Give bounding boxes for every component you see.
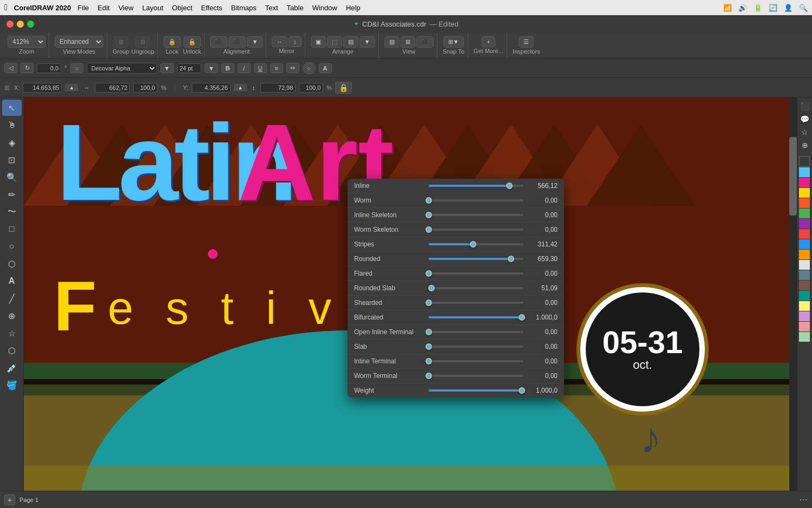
x-input[interactable] — [23, 83, 62, 93]
y-input[interactable] — [192, 83, 231, 93]
menu-bitmaps[interactable]: Bitmaps — [227, 3, 261, 13]
slider-track-11[interactable] — [429, 346, 523, 348]
slider-track-2[interactable] — [429, 214, 523, 216]
menu-edit[interactable]: Edit — [93, 3, 114, 13]
caps-btn[interactable]: ○ — [303, 62, 316, 74]
slider-thumb-10[interactable] — [425, 329, 432, 335]
zoom-select[interactable]: 412% 100% 200% 50% — [8, 36, 45, 48]
slider-thumb-5[interactable] — [508, 256, 514, 262]
slider-track-7[interactable] — [429, 287, 523, 289]
rotate-btn[interactable]: ↻ — [21, 63, 34, 73]
view-btn1[interactable]: ▤ — [384, 36, 400, 48]
menu-view[interactable]: View — [114, 3, 138, 13]
y-spin[interactable]: ▲ — [234, 84, 247, 91]
right-panel-btn3[interactable]: ☆ — [798, 126, 811, 139]
slider-thumb-2[interactable] — [425, 212, 432, 218]
group-button[interactable]: ⊞ — [114, 36, 128, 48]
apple-menu[interactable]:  — [4, 3, 8, 12]
swatch-pink-light[interactable] — [799, 322, 810, 331]
slider-thumb-3[interactable] — [425, 226, 432, 233]
view-mode-select[interactable]: Enhanced Normal Wireframe — [55, 36, 103, 48]
font-dropdown-btn[interactable]: ▼ — [160, 63, 174, 73]
slider-track-1[interactable] — [429, 199, 523, 201]
ungroup-button[interactable]: ⊟ — [135, 36, 150, 48]
slider-track-13[interactable] — [429, 375, 523, 377]
swatch-blue[interactable] — [799, 239, 810, 249]
right-panel-btn4[interactable]: ⊕ — [798, 139, 811, 152]
slider-track-14[interactable] — [429, 389, 523, 392]
transform-tool[interactable]: ⬡ — [2, 342, 22, 359]
polygon-tool[interactable]: ⬡ — [2, 256, 22, 272]
menu-table[interactable]: Table — [283, 3, 308, 13]
text-left-btn[interactable]: ◁ — [4, 63, 17, 73]
menu-window[interactable]: Window — [308, 3, 342, 13]
slider-thumb-14[interactable] — [519, 387, 525, 394]
smart-draw-tool[interactable]: ☆ — [2, 325, 22, 341]
angle-toggle[interactable]: ○ — [70, 63, 83, 73]
minimize-button[interactable] — [17, 21, 24, 28]
unlock-button[interactable]: 🔓 — [184, 36, 201, 48]
x-spin[interactable]: ▲ — [65, 84, 78, 91]
rectangle-tool[interactable]: □ — [2, 221, 22, 237]
scrollbar-thumb[interactable] — [789, 137, 797, 216]
swatch-amber[interactable] — [799, 250, 810, 259]
inspectors-button[interactable]: ☰ — [519, 36, 534, 48]
swatch-lavender[interactable] — [799, 311, 810, 321]
width-input[interactable] — [95, 83, 130, 93]
close-button[interactable] — [6, 21, 14, 28]
eyedropper-tool[interactable]: 💉 — [2, 360, 22, 376]
slider-track-6[interactable] — [429, 272, 523, 275]
slider-thumb-1[interactable] — [425, 197, 432, 204]
menu-text[interactable]: Text — [261, 3, 283, 13]
zoom-tool[interactable]: 🔍 — [2, 169, 22, 185]
italic-btn[interactable]: I — [238, 63, 251, 73]
selection-tool[interactable]: ↖ — [2, 100, 22, 116]
slider-thumb-8[interactable] — [425, 299, 432, 306]
shape-tool[interactable]: ◈ — [2, 134, 22, 151]
slider-thumb-12[interactable] — [425, 358, 432, 364]
lock-ratio-btn[interactable]: 🔒 — [335, 82, 352, 94]
add-page-button[interactable]: + — [4, 494, 15, 505]
align-btn[interactable]: ≡ — [270, 63, 283, 73]
line-tool[interactable]: ╱ — [2, 290, 22, 307]
mirror-h-button[interactable]: ↔ — [272, 36, 287, 47]
slider-thumb-6[interactable] — [425, 270, 432, 277]
slider-track-9[interactable] — [429, 316, 523, 318]
search-icon[interactable]: 🔍 — [799, 4, 808, 12]
vertical-scrollbar[interactable] — [789, 97, 797, 491]
connector-tool[interactable]: ⊕ — [2, 308, 22, 324]
crop-tool[interactable]: ⊡ — [2, 152, 22, 168]
menu-help[interactable]: Help — [342, 3, 365, 13]
swatch-cyan[interactable] — [799, 167, 810, 177]
bold-btn[interactable]: B — [221, 63, 234, 73]
swatch-light-gray[interactable] — [799, 260, 810, 270]
lock-button[interactable]: 🔒 — [163, 36, 181, 48]
right-panel-btn1[interactable]: ⬛ — [798, 100, 811, 113]
slider-track-4[interactable] — [429, 243, 523, 245]
text-tool[interactable]: A — [2, 273, 22, 289]
menu-layout[interactable]: Layout — [138, 3, 168, 13]
maximize-button[interactable] — [27, 21, 34, 28]
font-name-select[interactable]: Decovar Alpha — [87, 63, 157, 74]
swatch-mint[interactable] — [799, 332, 810, 342]
swatch-brown[interactable] — [799, 281, 810, 290]
status-more-button[interactable]: ⋯ — [799, 494, 808, 505]
no-color-swatch[interactable] — [799, 156, 810, 167]
swatch-blue-gray[interactable] — [799, 270, 810, 280]
slider-track-3[interactable] — [429, 229, 523, 231]
mirror-v-button[interactable]: ↕ — [289, 36, 302, 47]
arrange-btn3[interactable]: ▤ — [343, 36, 358, 48]
pick-tool[interactable]: 🖱 — [2, 117, 22, 133]
slider-track-12[interactable] — [429, 360, 523, 362]
text-style-btn[interactable]: A — [319, 63, 332, 73]
font-size-dropdown[interactable]: ▼ — [205, 63, 218, 73]
arrange-btn4[interactable]: ▼ — [359, 36, 375, 48]
slider-track-5[interactable] — [429, 258, 523, 260]
fill-tool[interactable]: 🪣 — [2, 377, 22, 393]
align-center-button[interactable]: ⬛ — [228, 36, 246, 48]
right-panel-btn2[interactable]: 💬 — [798, 113, 811, 126]
swatch-orange[interactable] — [799, 198, 810, 208]
slider-track-0[interactable] — [429, 185, 523, 187]
underline-btn[interactable]: U — [254, 63, 267, 73]
swatch-red[interactable] — [799, 229, 810, 239]
